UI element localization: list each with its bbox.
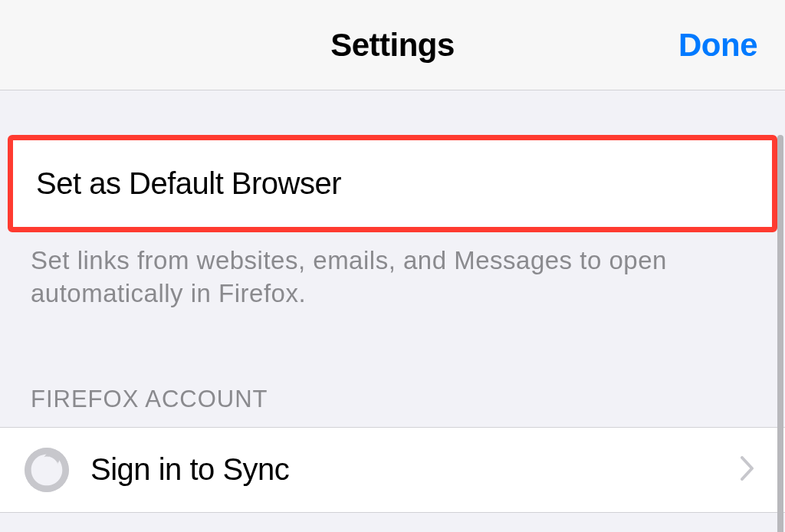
default-browser-row[interactable]: Set as Default Browser [8, 135, 777, 232]
firefox-account-section-header: FIREFOX ACCOUNT [0, 310, 785, 427]
firefox-icon [25, 448, 69, 492]
default-browser-label: Set as Default Browser [36, 166, 749, 201]
chevron-right-icon [741, 456, 754, 484]
page-title: Settings [330, 27, 455, 64]
settings-content: Set as Default Browser Set links from we… [0, 135, 785, 513]
sign-in-sync-row[interactable]: Sign in to Sync [0, 427, 785, 513]
default-browser-description: Set links from websites, emails, and Mes… [0, 232, 785, 310]
sign-in-sync-label: Sign in to Sync [90, 452, 741, 487]
scrollbar[interactable] [777, 135, 783, 532]
settings-header: Settings Done [0, 0, 785, 90]
done-button[interactable]: Done [678, 27, 757, 64]
